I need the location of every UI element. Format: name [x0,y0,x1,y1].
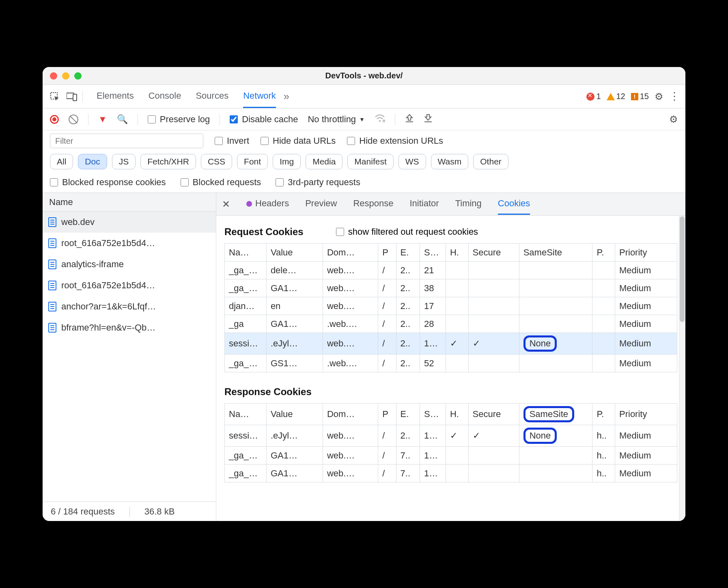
table-header[interactable]: H. [446,404,468,425]
type-chip-all[interactable]: All [50,154,73,169]
record-icon[interactable] [50,115,59,124]
table-header[interactable]: Dom… [323,244,378,262]
table-row[interactable]: sessi….eJyl…web.…/2..1…✓✓Noneh..Medium [225,425,677,447]
table-header[interactable]: Value [266,404,323,425]
scrollbar[interactable] [679,216,685,521]
table-header[interactable]: Priority [615,404,677,425]
table-header[interactable]: H. [446,244,468,262]
detail-tab-timing[interactable]: Timing [455,193,482,215]
upload-har-icon[interactable] [405,114,414,125]
request-row[interactable]: bframe?hl=en&v=-Qb… [43,317,216,338]
requests-list: web.devroot_616a752e1b5d4…analytics-ifra… [43,212,216,502]
network-conditions-icon[interactable]: ⚙ [375,114,385,125]
detail-tab-response[interactable]: Response [353,193,393,215]
tab-elements[interactable]: Elements [97,85,134,108]
requests-header[interactable]: Name [43,193,216,212]
inspect-icon[interactable] [48,90,61,103]
request-row[interactable]: anchor?ar=1&k=6Lfqf… [43,296,216,317]
detail-tab-initiator[interactable]: Initiator [409,193,439,215]
request-cookies-table: Na…ValueDom…PE.S…H.SecureSameSiteP.Prior… [224,243,677,372]
table-header[interactable]: S… [420,404,446,425]
device-toggle-icon[interactable] [65,90,78,103]
table-header[interactable]: Dom… [323,404,378,425]
tab-network[interactable]: Network [243,85,276,108]
type-chip-js[interactable]: JS [112,154,136,169]
minimize-icon[interactable] [62,72,69,80]
request-row[interactable]: analytics-iframe [43,254,216,275]
hide-data-urls-checkbox[interactable]: Hide data URLs [261,136,336,146]
close-icon[interactable]: ✕ [222,199,230,210]
type-chip-manifest[interactable]: Manifest [347,154,393,169]
disable-cache-checkbox[interactable]: Disable cache [230,114,298,125]
errors-badge[interactable]: 1 [586,92,601,101]
table-row[interactable]: _gaGA1….web.…/2..28Medium [225,315,677,333]
maximize-icon[interactable] [74,72,82,80]
table-header[interactable]: Secure [468,244,519,262]
download-har-icon[interactable] [424,114,433,125]
table-row[interactable]: _ga_…dele…web.…/2..21Medium [225,262,677,279]
filter-icon[interactable]: ▼ [98,114,107,125]
tab-sources[interactable]: Sources [196,85,228,108]
search-icon[interactable]: 🔍 [117,114,128,125]
throttling-select[interactable]: No throttling▼ [308,114,364,125]
response-cookies-table: Na…ValueDom…PE.S…H.SecureSameSiteP.Prior… [224,403,677,482]
clear-icon[interactable] [69,115,78,124]
chevron-down-icon: ▼ [359,116,365,123]
table-header[interactable]: Priority [615,244,677,262]
table-header[interactable]: Na… [225,404,267,425]
table-header[interactable]: E. [396,404,420,425]
table-row[interactable]: _ga_…GS1….web.…/2..52Medium [225,355,677,372]
third-party-checkbox[interactable]: 3rd-party requests [276,177,360,188]
table-header[interactable]: S… [420,244,446,262]
titlebar: DevTools - web.dev/ [43,67,685,85]
blocked-requests-checkbox[interactable]: Blocked requests [181,177,261,188]
type-chip-font[interactable]: Font [237,154,268,169]
table-row[interactable]: sessi….eJyl…web.…/2..1…✓✓NoneMedium [225,333,677,355]
table-row[interactable]: _ga_…GA1…web.…/7..1…h..Medium [225,465,677,482]
table-header[interactable]: P. [592,244,615,262]
invert-checkbox[interactable]: Invert [215,136,249,146]
type-chip-ws[interactable]: WS [398,154,426,169]
gear-icon[interactable]: ⚙ [655,91,663,102]
table-header[interactable]: Secure [468,404,519,425]
detail-tab-headers[interactable]: Headers [246,193,289,215]
type-chip-fetchxhr[interactable]: Fetch/XHR [140,154,196,169]
table-row[interactable]: _ga_…GA1…web.…/2..38Medium [225,279,677,297]
request-row[interactable]: web.dev [43,212,216,233]
hide-extension-urls-checkbox[interactable]: Hide extension URLs [347,136,443,146]
table-header[interactable]: Value [266,244,323,262]
type-chip-media[interactable]: Media [306,154,342,169]
more-icon[interactable]: ⋮ [669,90,680,103]
tab-console[interactable]: Console [149,85,181,108]
tabs-overflow-icon[interactable]: » [280,90,293,103]
type-chip-img[interactable]: Img [273,154,301,169]
type-chip-doc[interactable]: Doc [78,154,107,169]
detail-tab-cookies[interactable]: Cookies [498,193,530,215]
table-header[interactable]: E. [396,244,420,262]
request-row[interactable]: root_616a752e1b5d4… [43,275,216,296]
table-header[interactable]: P [378,404,396,425]
status-dot-icon [246,201,252,207]
network-settings-icon[interactable]: ⚙ [669,114,678,125]
table-header[interactable]: SameSite [519,244,592,262]
detail-tab-preview[interactable]: Preview [305,193,337,215]
table-header[interactable]: P. [592,404,615,425]
warnings-badge[interactable]: 12 [607,92,625,101]
request-row[interactable]: root_616a752e1b5d4… [43,233,216,254]
filter-input[interactable] [50,134,203,148]
table-row[interactable]: djan…enweb.…/2..17Medium [225,297,677,315]
close-icon[interactable] [50,72,57,80]
table-row[interactable]: _ga_…GA1…web.…/7..1…h..Medium [225,447,677,465]
table-header[interactable]: Na… [225,244,267,262]
table-header[interactable]: P [378,244,396,262]
type-chip-other[interactable]: Other [473,154,508,169]
blocked-cookies-checkbox[interactable]: Blocked response cookies [50,177,166,188]
show-filtered-checkbox[interactable]: show filtered out request cookies [336,227,478,237]
type-chip-css[interactable]: CSS [201,154,232,169]
table-header[interactable]: SameSite [519,404,592,425]
preserve-log-checkbox[interactable]: Preserve log [148,114,210,125]
document-icon [48,238,56,248]
type-filter-chips: AllDocJSFetch/XHRCSSFontImgMediaManifest… [43,151,685,172]
type-chip-wasm[interactable]: Wasm [431,154,469,169]
issues-badge[interactable]: !15 [631,92,649,101]
